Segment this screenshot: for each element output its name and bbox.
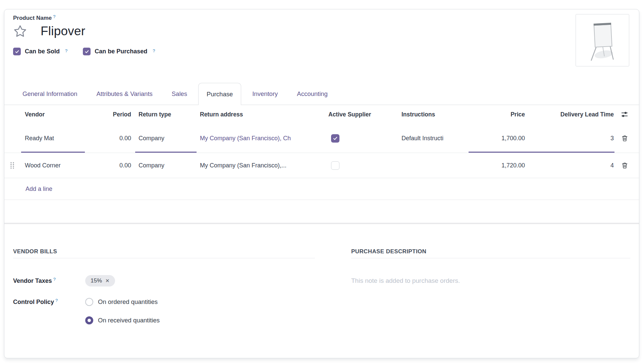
price-cell[interactable]: 1,700.00 [469,124,529,153]
price-cell[interactable]: 1,720.00 [469,153,529,178]
vendor-taxes-field: Vendor Taxes ? 15% ✕ [13,275,315,287]
active-supplier-cell [328,124,401,153]
control-policy-field: Control Policy ? On ordered quantities O… [13,298,315,324]
active-supplier-checkbox[interactable] [331,134,339,143]
control-policy-label-text: Control Policy [13,299,54,306]
delivery-lead-time-cell[interactable]: 3 [529,124,614,153]
can-be-sold-checkbox[interactable] [13,48,21,55]
table-row: Ready Mat 0.00 Company My Company (San F… [4,124,639,153]
product-form-card: Product Name ? Flipover Can be Sold ? Ca… [4,9,639,358]
vendor-bills-section: VENDOR BILLS Vendor Taxes ? 15% ✕ Contro… [13,248,315,324]
vendor-taxes-label-text: Vendor Taxes [13,277,52,284]
help-icon: ? [55,298,58,305]
return-address-cell[interactable]: My Company (San Francisco),... [197,153,328,178]
return-type-cell[interactable]: Company [135,124,197,153]
tax-tag-remove-icon[interactable]: ✕ [105,278,110,284]
radio-on-received-quantities[interactable]: On received quantities [85,316,160,324]
col-header-instructions: Instructions [401,105,469,124]
active-supplier-cell [328,153,401,178]
help-icon: ? [53,277,56,284]
drag-handle-icon[interactable] [10,161,15,169]
col-header-return-type: Return type [135,105,197,124]
instructions-cell[interactable]: Default Instructi [401,124,469,153]
return-address-cell[interactable]: My Company (San Francisco), Ch [197,124,328,153]
radio-icon[interactable] [85,298,93,306]
col-header-active-supplier: Active Supplier [328,105,401,124]
vendor-bills-title: VENDOR BILLS [13,248,315,255]
section-rule [13,258,315,258]
product-name-label-text: Product Name [13,15,52,21]
check-icon [85,49,89,54]
product-name-label: Product Name ? [13,15,155,21]
table-row: Wood Corner 0.00 Company My Company (San… [4,153,639,178]
add-line-row: Add a line [4,178,639,200]
col-header-vendor: Vendor [21,105,85,124]
row-actions-cell [614,124,639,153]
can-be-purchased-checkbox[interactable] [83,48,91,55]
vendor-pricelist-table: Vendor Period Return type Return address… [4,105,639,200]
help-icon: ? [53,14,55,21]
tab-sales[interactable]: Sales [164,83,195,105]
can-be-purchased-field: Can be Purchased ? [83,48,155,55]
section-rule [351,258,630,258]
delivery-lead-time-cell[interactable]: 4 [529,153,614,178]
col-header-delivery-lead-time: Delivery Lead Time [529,105,614,124]
tab-attributes-variants[interactable]: Attributes & Variants [89,83,161,105]
vendor-taxes-label: Vendor Taxes ? [13,277,85,284]
purchase-description-section: PURCHASE DESCRIPTION This note is added … [351,248,630,284]
radio-label: On received quantities [98,317,160,324]
radio-icon[interactable] [85,316,93,324]
col-header-period: Period [85,105,135,124]
tab-general-information[interactable]: General Information [14,83,86,105]
purchase-description-input[interactable]: This note is added to purchase orders. [351,277,630,284]
active-supplier-checkbox[interactable] [331,161,339,170]
section-divider [4,223,639,224]
add-a-line-link[interactable]: Add a line [25,186,52,193]
help-icon: ? [65,48,67,53]
check-icon [15,49,19,54]
col-header-price: Price [469,105,529,124]
row-drag-cell [4,153,21,178]
can-be-purchased-label: Can be Purchased [95,48,147,55]
tab-purchase[interactable]: Purchase [198,83,241,105]
instructions-cell[interactable] [401,153,469,178]
return-type-cell[interactable]: Company [135,153,197,178]
can-be-sold-field: Can be Sold ? [13,48,67,55]
tax-tag: 15% ✕ [85,275,115,287]
tab-inventory[interactable]: Inventory [244,83,286,105]
tax-tag-value: 15% [91,277,102,284]
table-header-row: Vendor Period Return type Return address… [4,105,639,124]
drag-column-header [4,105,21,124]
radio-label: On ordered quantities [98,298,158,306]
can-be-sold-label: Can be Sold [25,48,60,55]
row-actions-cell [614,153,639,178]
optional-columns-cell [614,105,639,124]
col-header-return-address: Return address [197,105,328,124]
period-cell[interactable]: 0.00 [85,153,135,178]
vendor-cell[interactable]: Ready Mat [21,124,85,153]
tab-accounting[interactable]: Accounting [289,83,336,105]
control-policy-label: Control Policy ? [13,299,85,306]
optional-columns-icon[interactable] [621,110,629,118]
delete-row-icon[interactable] [621,135,628,142]
purchase-description-title: PURCHASE DESCRIPTION [351,248,630,255]
period-cell[interactable]: 0.00 [85,124,135,153]
help-icon: ? [153,48,155,53]
check-icon [333,136,338,141]
vendor-cell[interactable]: Wood Corner [21,153,85,178]
flipchart-easel-image [576,14,629,66]
product-header: Product Name ? Flipover Can be Sold ? Ca… [13,15,155,55]
radio-on-ordered-quantities[interactable]: On ordered quantities [85,298,160,306]
product-name[interactable]: Flipover [41,24,85,38]
delete-row-icon[interactable] [621,162,628,169]
row-drag-cell [4,124,21,153]
product-image[interactable] [576,14,629,66]
notebook-tabs: General Information Attributes & Variant… [4,83,639,105]
favorite-star-icon[interactable] [13,24,27,38]
